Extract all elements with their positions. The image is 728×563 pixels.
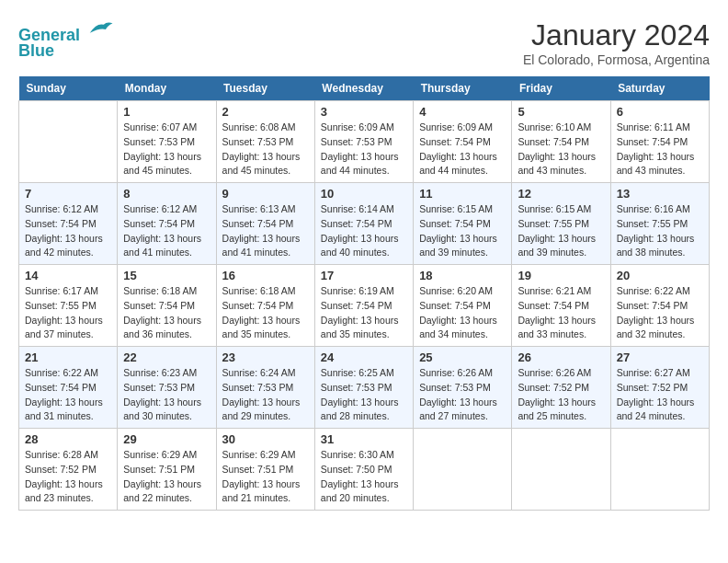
day-cell: 21Sunrise: 6:22 AMSunset: 7:54 PMDayligh… (19, 347, 118, 429)
day-number: 3 (321, 105, 407, 119)
day-number: 8 (123, 187, 210, 201)
day-cell: 3Sunrise: 6:09 AMSunset: 7:53 PMDaylight… (314, 101, 413, 183)
day-cell: 9Sunrise: 6:13 AMSunset: 7:54 PMDaylight… (216, 183, 314, 265)
day-number: 21 (25, 350, 111, 364)
day-cell: 20Sunrise: 6:22 AMSunset: 7:54 PMDayligh… (610, 265, 709, 347)
day-info: Sunrise: 6:15 AMSunset: 7:55 PMDaylight:… (518, 202, 604, 260)
day-number: 25 (419, 350, 506, 364)
day-cell: 13Sunrise: 6:16 AMSunset: 7:55 PMDayligh… (610, 183, 709, 265)
day-info: Sunrise: 6:18 AMSunset: 7:54 PMDaylight:… (123, 284, 210, 342)
logo-bird-icon (86, 18, 114, 40)
day-info: Sunrise: 6:09 AMSunset: 7:53 PMDaylight:… (321, 121, 407, 178)
day-number: 22 (123, 350, 210, 364)
week-row-3: 14Sunrise: 6:17 AMSunset: 7:55 PMDayligh… (19, 265, 710, 347)
day-number: 4 (419, 105, 506, 119)
day-header-monday: Monday (118, 76, 216, 101)
day-number: 14 (25, 269, 111, 282)
day-cell: 15Sunrise: 6:18 AMSunset: 7:54 PMDayligh… (118, 265, 216, 347)
day-number: 31 (321, 432, 407, 446)
day-info: Sunrise: 6:12 AMSunset: 7:54 PMDaylight:… (123, 202, 210, 260)
day-header-friday: Friday (512, 76, 610, 101)
day-number: 7 (25, 187, 111, 201)
day-info: Sunrise: 6:29 AMSunset: 7:51 PMDaylight:… (222, 448, 309, 506)
day-cell: 25Sunrise: 6:26 AMSunset: 7:53 PMDayligh… (414, 347, 512, 429)
day-number: 5 (518, 105, 604, 119)
day-cell: 6Sunrise: 6:11 AMSunset: 7:54 PMDaylight… (610, 101, 709, 183)
day-number: 9 (222, 187, 309, 201)
day-info: Sunrise: 6:18 AMSunset: 7:54 PMDaylight:… (222, 284, 309, 342)
day-cell: 31Sunrise: 6:30 AMSunset: 7:50 PMDayligh… (314, 429, 413, 511)
day-cell: 29Sunrise: 6:29 AMSunset: 7:51 PMDayligh… (118, 429, 216, 511)
day-info: Sunrise: 6:17 AMSunset: 7:55 PMDaylight:… (25, 284, 111, 342)
day-info: Sunrise: 6:27 AMSunset: 7:52 PMDaylight:… (617, 366, 703, 424)
title-area: January 2024 El Colorado, Formosa, Argen… (523, 18, 710, 67)
day-info: Sunrise: 6:29 AMSunset: 7:51 PMDaylight:… (123, 448, 210, 506)
day-number: 13 (617, 187, 703, 201)
day-cell: 17Sunrise: 6:19 AMSunset: 7:54 PMDayligh… (314, 265, 413, 347)
logo: General Blue (18, 18, 114, 61)
day-number: 1 (123, 105, 210, 119)
day-number: 27 (617, 350, 703, 364)
day-cell: 10Sunrise: 6:14 AMSunset: 7:54 PMDayligh… (314, 183, 413, 265)
day-cell: 8Sunrise: 6:12 AMSunset: 7:54 PMDaylight… (118, 183, 216, 265)
week-row-2: 7Sunrise: 6:12 AMSunset: 7:54 PMDaylight… (19, 183, 710, 265)
week-row-5: 28Sunrise: 6:28 AMSunset: 7:52 PMDayligh… (19, 429, 710, 511)
day-cell: 14Sunrise: 6:17 AMSunset: 7:55 PMDayligh… (19, 265, 118, 347)
day-cell: 22Sunrise: 6:23 AMSunset: 7:53 PMDayligh… (118, 347, 216, 429)
day-info: Sunrise: 6:08 AMSunset: 7:53 PMDaylight:… (222, 121, 309, 178)
day-number: 16 (222, 269, 309, 282)
day-cell: 7Sunrise: 6:12 AMSunset: 7:54 PMDaylight… (19, 183, 118, 265)
week-row-4: 21Sunrise: 6:22 AMSunset: 7:54 PMDayligh… (19, 347, 710, 429)
day-info: Sunrise: 6:26 AMSunset: 7:52 PMDaylight:… (518, 366, 604, 424)
day-number: 11 (419, 187, 506, 201)
day-header-wednesday: Wednesday (314, 76, 413, 101)
week-row-1: 1Sunrise: 6:07 AMSunset: 7:53 PMDaylight… (19, 101, 710, 183)
day-info: Sunrise: 6:25 AMSunset: 7:53 PMDaylight:… (321, 366, 407, 424)
day-info: Sunrise: 6:28 AMSunset: 7:52 PMDaylight:… (25, 448, 111, 506)
day-cell: 5Sunrise: 6:10 AMSunset: 7:54 PMDaylight… (512, 101, 610, 183)
day-info: Sunrise: 6:11 AMSunset: 7:54 PMDaylight:… (617, 121, 703, 178)
day-cell (610, 429, 709, 511)
day-number: 19 (518, 269, 604, 282)
day-cell: 11Sunrise: 6:15 AMSunset: 7:54 PMDayligh… (414, 183, 512, 265)
day-number: 30 (222, 432, 309, 446)
month-title: January 2024 (523, 18, 710, 52)
day-info: Sunrise: 6:23 AMSunset: 7:53 PMDaylight:… (123, 366, 210, 424)
day-info: Sunrise: 6:10 AMSunset: 7:54 PMDaylight:… (518, 121, 604, 178)
day-number: 15 (123, 269, 210, 282)
day-cell (414, 429, 512, 511)
day-info: Sunrise: 6:09 AMSunset: 7:54 PMDaylight:… (419, 121, 506, 178)
day-cell: 2Sunrise: 6:08 AMSunset: 7:53 PMDaylight… (216, 101, 314, 183)
day-cell: 12Sunrise: 6:15 AMSunset: 7:55 PMDayligh… (512, 183, 610, 265)
day-cell (512, 429, 610, 511)
day-number: 28 (25, 432, 111, 446)
location: El Colorado, Formosa, Argentina (523, 52, 710, 67)
day-info: Sunrise: 6:26 AMSunset: 7:53 PMDaylight:… (419, 366, 506, 424)
calendar-table: SundayMondayTuesdayWednesdayThursdayFrid… (18, 76, 710, 511)
day-info: Sunrise: 6:16 AMSunset: 7:55 PMDaylight:… (617, 202, 703, 260)
day-info: Sunrise: 6:22 AMSunset: 7:54 PMDaylight:… (617, 284, 703, 342)
day-cell (19, 101, 118, 183)
day-info: Sunrise: 6:13 AMSunset: 7:54 PMDaylight:… (222, 202, 309, 260)
day-info: Sunrise: 6:24 AMSunset: 7:53 PMDaylight:… (222, 366, 309, 424)
day-info: Sunrise: 6:15 AMSunset: 7:54 PMDaylight:… (419, 202, 506, 260)
day-number: 10 (321, 187, 407, 201)
day-header-thursday: Thursday (414, 76, 512, 101)
day-number: 6 (617, 105, 703, 119)
day-info: Sunrise: 6:20 AMSunset: 7:54 PMDaylight:… (419, 284, 506, 342)
day-info: Sunrise: 6:21 AMSunset: 7:54 PMDaylight:… (518, 284, 604, 342)
day-cell: 28Sunrise: 6:28 AMSunset: 7:52 PMDayligh… (19, 429, 118, 511)
day-cell: 18Sunrise: 6:20 AMSunset: 7:54 PMDayligh… (414, 265, 512, 347)
day-info: Sunrise: 6:30 AMSunset: 7:50 PMDaylight:… (321, 448, 407, 506)
day-cell: 30Sunrise: 6:29 AMSunset: 7:51 PMDayligh… (216, 429, 314, 511)
day-number: 17 (321, 269, 407, 282)
day-info: Sunrise: 6:22 AMSunset: 7:54 PMDaylight:… (25, 366, 111, 424)
day-info: Sunrise: 6:12 AMSunset: 7:54 PMDaylight:… (25, 202, 111, 260)
day-number: 23 (222, 350, 309, 364)
day-info: Sunrise: 6:07 AMSunset: 7:53 PMDaylight:… (123, 121, 210, 178)
day-number: 12 (518, 187, 604, 201)
day-cell: 1Sunrise: 6:07 AMSunset: 7:53 PMDaylight… (118, 101, 216, 183)
day-header-row: SundayMondayTuesdayWednesdayThursdayFrid… (19, 76, 710, 101)
day-number: 26 (518, 350, 604, 364)
day-cell: 19Sunrise: 6:21 AMSunset: 7:54 PMDayligh… (512, 265, 610, 347)
